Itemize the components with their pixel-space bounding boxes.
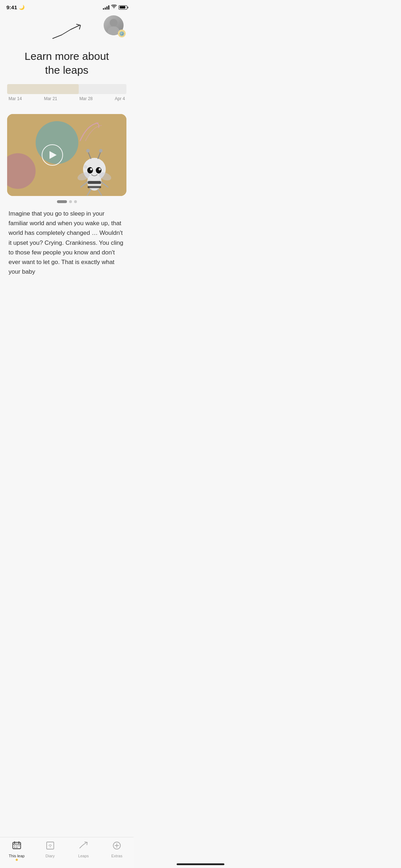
svg-point-11 — [99, 149, 103, 153]
timeline-bar[interactable] — [7, 84, 126, 94]
status-time: 9:41 — [6, 4, 17, 10]
timeline-labels: Mar 14 Mar 21 Mar 28 Apr 4 — [7, 96, 126, 101]
timeline[interactable]: Mar 14 Mar 21 Mar 28 Apr 4 — [7, 84, 126, 104]
svg-point-18 — [84, 165, 87, 169]
deco-circle-pink — [7, 153, 36, 189]
moon-icon: 🌙 — [19, 5, 25, 10]
status-icons — [103, 5, 127, 10]
timeline-indicator — [7, 84, 79, 94]
settings-badge[interactable]: ⚙️ — [118, 30, 126, 37]
svg-point-10 — [86, 149, 90, 153]
description-text: Imagine that you go to sleep in your fam… — [0, 206, 134, 284]
svg-rect-1 — [88, 181, 101, 184]
pagination-dot-active[interactable] — [57, 200, 67, 203]
play-triangle-icon — [50, 151, 57, 159]
bee-character — [73, 139, 116, 196]
svg-line-16 — [87, 190, 91, 195]
timeline-label-2: Mar 21 — [44, 96, 57, 101]
header-area: ⚙️ Learn more aboutthe leaps Mar 14 Mar … — [0, 12, 134, 108]
timeline-label-1: Mar 14 — [9, 96, 22, 101]
svg-line-9 — [98, 151, 101, 159]
svg-point-5 — [96, 167, 101, 174]
svg-line-17 — [98, 190, 101, 195]
avatar-settings-button[interactable]: ⚙️ — [104, 15, 126, 38]
svg-point-6 — [90, 168, 92, 170]
svg-line-15 — [101, 182, 108, 187]
status-bar: 9:41 🌙 — [0, 0, 134, 12]
svg-point-4 — [87, 167, 93, 174]
svg-line-14 — [81, 182, 88, 187]
play-button[interactable] — [42, 144, 63, 166]
gear-icon: ⚙️ — [119, 31, 125, 36]
video-background — [7, 114, 126, 196]
svg-line-8 — [88, 151, 91, 159]
page-title: Learn more aboutthe leaps — [25, 49, 109, 77]
pagination-dots — [0, 200, 134, 203]
pagination-dot-2[interactable] — [69, 200, 72, 203]
signal-icon — [103, 5, 109, 10]
svg-rect-2 — [88, 186, 101, 188]
trend-icon — [51, 22, 83, 43]
timeline-label-4: Apr 4 — [115, 96, 125, 101]
battery-icon — [119, 5, 127, 10]
pagination-dot-3[interactable] — [74, 200, 77, 203]
svg-point-7 — [99, 168, 101, 170]
video-card[interactable] — [7, 114, 126, 196]
timeline-label-3: Mar 28 — [79, 96, 93, 101]
wifi-icon — [111, 5, 117, 10]
